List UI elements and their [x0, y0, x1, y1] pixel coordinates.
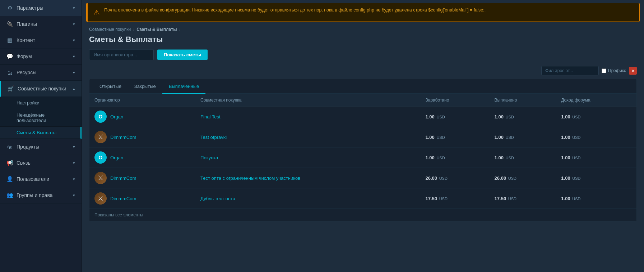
prefix-checkbox[interactable]: [602, 69, 606, 73]
earned-cell: 1.00 USD: [420, 107, 489, 127]
sidebar-item-label: Группы и права: [17, 192, 52, 198]
col-purchase: Совместная покупка: [195, 94, 420, 107]
sidebar-subitem-unreliable[interactable]: Ненадёжные пользователи: [0, 109, 82, 127]
breadcrumb-parent-link[interactable]: Совместные покупки: [89, 27, 131, 32]
earned-currency: USD: [436, 115, 445, 119]
sidebar-subitem-budgets[interactable]: Сметы & Выплаты: [0, 127, 82, 139]
purchase-cell: Test otpravki: [195, 127, 420, 147]
chevron-down-icon: ▾: [73, 22, 75, 27]
content-area: Совместные покупки › Сметы & Выплаты › С…: [82, 22, 644, 272]
purchase-link[interactable]: Покупка: [200, 155, 218, 160]
sidebar-item-joint-purchases[interactable]: 🛒 Совместные покупки ▴: [0, 81, 82, 97]
organizer-name-input[interactable]: [89, 49, 154, 60]
earned-cell: 26.00 USD: [420, 168, 489, 188]
data-table: Организатор Совместная покупка Заработан…: [89, 94, 636, 208]
paid-cell: 1.00 USD: [490, 147, 556, 168]
sidebar-item-content[interactable]: ▦ Контент ▾: [0, 32, 82, 48]
chevron-up-icon: ▴: [73, 86, 75, 91]
prefix-checkbox-wrap: Префикс: [602, 68, 626, 73]
paid-amount: 26.00: [495, 175, 506, 181]
sidebar-item-label: Связь: [17, 160, 31, 166]
groups-icon: 👥: [6, 192, 13, 198]
organizer-link[interactable]: DimmmCom: [110, 175, 136, 181]
purchase-cell: Тест опта с ограниченным числом участник…: [195, 168, 420, 188]
breadcrumb-separator2: ›: [179, 27, 180, 32]
income-amount: 1.00: [561, 114, 570, 119]
sidebar-subitem-settings[interactable]: Настройки: [0, 97, 82, 109]
sidebar-item-groups[interactable]: 👥 Группы и права ▾: [0, 187, 82, 203]
sidebar-item-label: Плагины: [17, 21, 37, 27]
sidebar-item-connection[interactable]: 📢 Связь ▾: [0, 155, 82, 171]
organizer-cell: ⚔ DimmmCom: [89, 168, 195, 188]
purchase-cell: Покупка: [195, 147, 420, 168]
earned-cell: 1.00 USD: [420, 147, 489, 168]
income-cell: 1.00 USD: [556, 168, 636, 188]
sidebar-item-products[interactable]: 🛍 Продукты ▾: [0, 139, 82, 155]
filter-bar: Показать сметы: [89, 49, 637, 60]
earned-amount: 17.50: [425, 196, 437, 201]
content-icon: ▦: [6, 37, 13, 43]
paid-amount: 1.00: [495, 135, 504, 140]
purchase-link[interactable]: Test otpravki: [200, 135, 227, 140]
prefix-label[interactable]: Префикс: [608, 68, 626, 73]
avatar: O: [94, 111, 107, 123]
sidebar: ⚙ Параметры ▾ 🔌 Плагины ▾ ▦ Контент ▾ 💬 …: [0, 0, 82, 272]
avatar: ⚔: [94, 192, 107, 205]
breadcrumb-current: Сметы & Выплаты: [136, 27, 177, 32]
earned-amount: 26.00: [425, 175, 437, 181]
tab-open[interactable]: Открытые: [93, 79, 128, 94]
col-earned: Заработано: [420, 94, 489, 107]
purchase-link[interactable]: Тест опта с ограниченным числом участник…: [200, 175, 300, 181]
income-currency: USD: [572, 156, 580, 160]
purchase-cell: Final Test: [195, 107, 420, 127]
show-budgets-button[interactable]: Показать сметы: [157, 50, 208, 60]
chevron-down-icon: ▾: [73, 6, 75, 10]
paid-cell: 26.00 USD: [490, 168, 556, 188]
organizer-link[interactable]: DimmmCom: [110, 135, 136, 140]
table-row: ⚔ DimmmCom Дубль тест опта 17.50 USD 17.…: [89, 188, 636, 209]
sidebar-item-forum[interactable]: 💬 Форум ▾: [0, 48, 82, 65]
purchase-link[interactable]: Дубль тест опта: [200, 196, 235, 201]
income-amount: 1.00: [561, 155, 570, 160]
organizer-link[interactable]: DimmmCom: [110, 196, 136, 201]
sidebar-item-label: Ресурсы: [17, 70, 36, 75]
sidebar-item-plugins[interactable]: 🔌 Плагины ▾: [0, 16, 82, 32]
table-row: ⚔ DimmmCom Тест опта с ограниченным числ…: [89, 168, 636, 188]
sidebar-submenu: Настройки Ненадёжные пользователи Сметы …: [0, 97, 82, 139]
page-title: Сметы & Выплаты: [89, 35, 637, 44]
sidebar-item-label: Продукты: [17, 144, 39, 150]
earned-amount: 1.00: [425, 114, 434, 119]
income-currency: USD: [572, 115, 580, 119]
forum-icon: 💬: [6, 53, 13, 60]
close-filter-button[interactable]: ✕: [629, 67, 637, 75]
chevron-down-icon: ▾: [73, 70, 75, 75]
table-card: Открытые Закрытые Выплаченные Организато…: [89, 79, 637, 221]
chevron-down-icon: ▾: [73, 38, 75, 43]
earned-cell: 1.00 USD: [420, 127, 489, 147]
sidebar-item-label: Совместные покупки: [18, 86, 66, 92]
sidebar-item-params[interactable]: ⚙ Параметры ▾: [0, 0, 82, 16]
income-cell: 1.00 USD: [556, 127, 636, 147]
breadcrumb: Совместные покупки › Сметы & Выплаты ›: [89, 27, 637, 32]
earned-amount: 1.00: [425, 135, 434, 140]
paid-currency: USD: [506, 135, 514, 140]
tabs: Открытые Закрытые Выплаченные: [89, 79, 636, 94]
warning-icon: ⚠: [93, 7, 100, 18]
chevron-down-icon: ▾: [73, 193, 75, 198]
tab-paid[interactable]: Выплаченные: [162, 79, 206, 94]
resources-icon: 🗂: [6, 69, 13, 76]
plugins-icon: 🔌: [6, 21, 13, 27]
income-amount: 1.00: [561, 175, 570, 181]
sidebar-item-resources[interactable]: 🗂 Ресурсы ▾: [0, 65, 82, 81]
connection-icon: 📢: [6, 160, 13, 166]
avatar: ⚔: [94, 131, 107, 143]
organizer-link[interactable]: Organ: [110, 114, 123, 119]
purchase-link[interactable]: Final Test: [200, 114, 220, 119]
chevron-down-icon: ▾: [73, 54, 75, 59]
filter-text-input[interactable]: [541, 66, 599, 75]
table-row: O Organ Покупка 1.00 USD 1.00 USD 1.00 U…: [89, 147, 636, 168]
tab-closed[interactable]: Закрытые: [128, 79, 162, 94]
organizer-link[interactable]: Organ: [110, 155, 123, 160]
income-currency: USD: [572, 135, 580, 140]
sidebar-item-users[interactable]: 👤 Пользователи ▾: [0, 171, 82, 187]
